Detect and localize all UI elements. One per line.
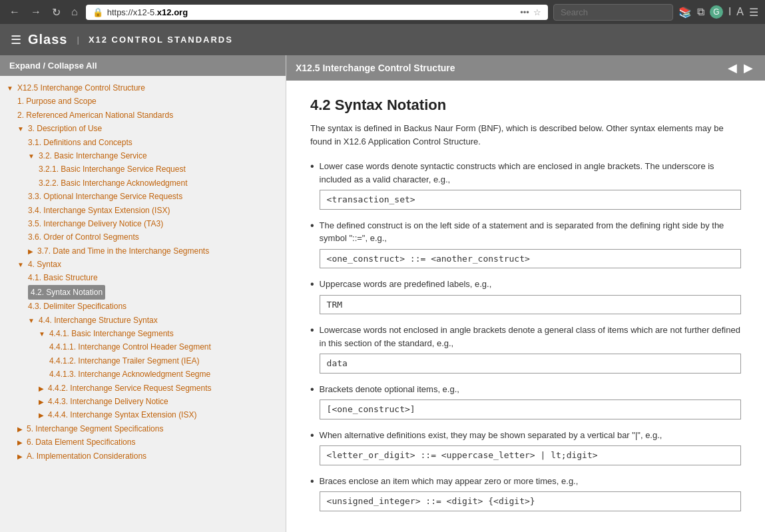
toc-toggle-3-7[interactable]: ▶ (28, 246, 33, 257)
content-body: 4.2 Syntax Notation The syntax is define… (286, 81, 765, 532)
address-bar[interactable]: 🔒 https://x12-5.x12.org ••• ☆ (86, 5, 548, 20)
toc-link-3-2-2[interactable]: 3.2.2. Basic Interchange Acknowledgment (39, 176, 187, 190)
reload-button[interactable]: ↻ (49, 5, 63, 20)
toc-toggle-4-4[interactable]: ▼ (28, 315, 35, 326)
code-block-7: <unsigned_integer> ::= <digit> {<digit>} (320, 491, 741, 511)
list-item: 3.5. Interchange Delivery Notice (TA3) (7, 217, 279, 230)
list-item: The defined construct is on the left sid… (310, 219, 741, 269)
toc-link-3-7[interactable]: 3.7. Date and Time in the Interchange Se… (37, 244, 209, 258)
toc-link-4-4-1-1[interactable]: 4.4.1.1. Interchange Control Header Segm… (49, 340, 211, 354)
list-item: 4.3. Delimiter Specifications (7, 300, 279, 313)
toc-link-6[interactable]: 6. Data Element Specifications (27, 435, 135, 449)
content-next-button[interactable]: ▶ (741, 61, 756, 75)
settings-icon[interactable]: A (736, 6, 744, 18)
tab-icon[interactable]: ⧉ (697, 6, 704, 18)
content-prev-button[interactable]: ◀ (725, 61, 740, 75)
more-options[interactable]: ••• (520, 7, 529, 17)
list-item: 3.6. Order of Control Segments (7, 230, 279, 244)
back-button[interactable]: ← (7, 5, 23, 19)
content-nav-buttons: ◀ ▶ (725, 61, 756, 75)
code-block-4: data (320, 354, 741, 374)
main-layout: Expand / Collapse All ▼ X12.5 Interchang… (0, 55, 765, 532)
list-item: ▶ 4.4.3. Interchange Delivery Notice (7, 395, 279, 408)
section-title: 4.2 Syntax Notation (310, 97, 741, 114)
toc-toggle-4-4-3[interactable]: ▶ (39, 396, 44, 407)
toc-link-4-3[interactable]: 4.3. Delimiter Specifications (28, 300, 127, 313)
toc-tree: ▼ X12.5 Interchange Control Structure 1.… (0, 76, 286, 468)
toc-link-3-5[interactable]: 3.5. Interchange Delivery Notice (TA3) (28, 217, 163, 230)
toc-toggle-4[interactable]: ▼ (17, 259, 24, 270)
toc-link-1[interactable]: 1. Purpose and Scope (17, 95, 97, 108)
search-input[interactable] (553, 4, 673, 21)
hamburger-menu[interactable]: ☰ (11, 33, 21, 47)
list-item: ▶ 5. Interchange Segment Specifications (7, 422, 279, 435)
list-item: Uppercase words are predefined labels, e… (310, 278, 741, 314)
list-item: Braces enclose an item which may appear … (310, 475, 741, 511)
list-item: When alternative definitions exist, they… (310, 429, 741, 465)
toc-link-4-4-1-2[interactable]: 4.4.1.2. Interchange Trailer Segment (IE… (49, 354, 199, 368)
list-item: 4.4.1.1. Interchange Control Header Segm… (7, 340, 279, 354)
toc-toggle-6[interactable]: ▶ (17, 437, 23, 448)
toc-link-A[interactable]: A. Implementation Considerations (27, 449, 146, 463)
toc-link-4-4[interactable]: 4.4. Interchange Structure Syntax (39, 314, 158, 327)
toc-link-4-4-1-3[interactable]: 4.4.1.3. Interchange Acknowledgment Segm… (49, 368, 210, 381)
forward-button[interactable]: → (28, 5, 44, 19)
toc-link-4-4-3[interactable]: 4.4.3. Interchange Delivery Notice (48, 395, 168, 408)
bullet-text-3: Uppercase words are predefined labels, e… (320, 278, 741, 314)
list-item: 3.2.1. Basic Interchange Service Request (7, 162, 279, 176)
list-item: ▼ 4.4.1. Basic Interchange Segments (7, 327, 279, 340)
list-item: 4.4.1.3. Interchange Acknowledgment Segm… (7, 368, 279, 381)
list-item: Lower case words denote syntactic constr… (310, 160, 741, 210)
security-icon: 🔒 (93, 7, 103, 17)
toc-link-3-6[interactable]: 3.6. Order of Control Segments (28, 230, 139, 244)
sidebar: Expand / Collapse All ▼ X12.5 Interchang… (0, 55, 286, 532)
list-item: 4.4.1.2. Interchange Trailer Segment (IE… (7, 354, 279, 368)
toc-link-5[interactable]: 5. Interchange Segment Specifications (27, 422, 163, 435)
toc-toggle-3-2[interactable]: ▼ (28, 150, 35, 162)
list-item: 3.3. Optional Interchange Service Reques… (7, 190, 279, 203)
toc-toggle-A[interactable]: ▶ (17, 451, 23, 462)
toc-link-4[interactable]: 4. Syntax (28, 258, 61, 271)
content-header: X12.5 Interchange Control Structure ◀ ▶ (286, 55, 765, 81)
profile-icon[interactable]: G (710, 5, 723, 19)
list-item: ▼ 4.4. Interchange Structure Syntax (7, 314, 279, 327)
toc-link-3-3[interactable]: 3.3. Optional Interchange Service Reques… (28, 190, 182, 203)
list-item: ▼ 4. Syntax (7, 258, 279, 271)
code-block-6: <letter_or_digit> ::= <uppercase_letter>… (320, 445, 741, 465)
bookmark-icon[interactable]: ☆ (533, 7, 541, 17)
list-item: 3.2.2. Basic Interchange Acknowledgment (7, 176, 279, 190)
list-item: ▶ 4.4.2. Interchange Service Request Seg… (7, 382, 279, 395)
code-block-5: [<one_construct>] (320, 399, 741, 419)
toc-link-root[interactable]: X12.5 Interchange Control Structure (17, 81, 145, 95)
toc-link-2[interactable]: 2. Referenced American National Standard… (17, 109, 173, 122)
list-item: ▶ A. Implementation Considerations (7, 449, 279, 463)
expand-collapse-all[interactable]: Expand / Collapse All (0, 55, 286, 76)
toc-link-3-2-1[interactable]: 3.2.1. Basic Interchange Service Request (39, 162, 186, 176)
list-item: ▶ 3.7. Date and Time in the Interchange … (7, 244, 279, 258)
app-title: X12 CONTROL STANDARDS (89, 35, 233, 45)
toc-link-3[interactable]: 3. Description of Use (28, 122, 102, 135)
toc-toggle-3[interactable]: ▼ (17, 123, 24, 134)
toc-link-4-4-4[interactable]: 4.4.4. Interchange Syntax Extension (ISX… (48, 408, 196, 421)
toc-link-3-4[interactable]: 3.4. Interchange Syntax Extension (ISX) (28, 204, 170, 217)
header-separator: | (77, 35, 79, 45)
menu-icon[interactable]: ☰ (749, 6, 758, 19)
toc-link-4-4-1[interactable]: 4.4.1. Basic Interchange Segments (49, 327, 174, 340)
home-button[interactable]: ⌂ (69, 5, 81, 19)
list-item: 4.2. Syntax Notation (7, 285, 279, 300)
toc-link-3-2[interactable]: 3.2. Basic Interchange Service (39, 149, 147, 162)
toc-toggle-4-4-1[interactable]: ▼ (39, 328, 45, 340)
toc-link-4-4-2[interactable]: 4.4.2. Interchange Service Request Segme… (48, 382, 211, 395)
toc-link-3-1[interactable]: 3.1. Definitions and Concepts (28, 136, 132, 149)
library-icon[interactable]: 📚 (678, 6, 692, 19)
toc-toggle-root[interactable]: ▼ (7, 83, 13, 94)
list-item: Lowercase words not enclosed in angle br… (310, 324, 741, 374)
code-block-3: TRM (320, 295, 741, 315)
toc-toggle-4-4-4[interactable]: ▶ (39, 409, 44, 421)
toc-link-4-1[interactable]: 4.1. Basic Structure (28, 271, 98, 284)
toc-toggle-5[interactable]: ▶ (17, 423, 23, 435)
user-icon[interactable]: I (728, 6, 731, 18)
code-block-1: <transaction_set> (320, 190, 741, 210)
toc-toggle-4-4-2[interactable]: ▶ (39, 383, 44, 394)
toc-link-4-2[interactable]: 4.2. Syntax Notation (28, 285, 105, 300)
